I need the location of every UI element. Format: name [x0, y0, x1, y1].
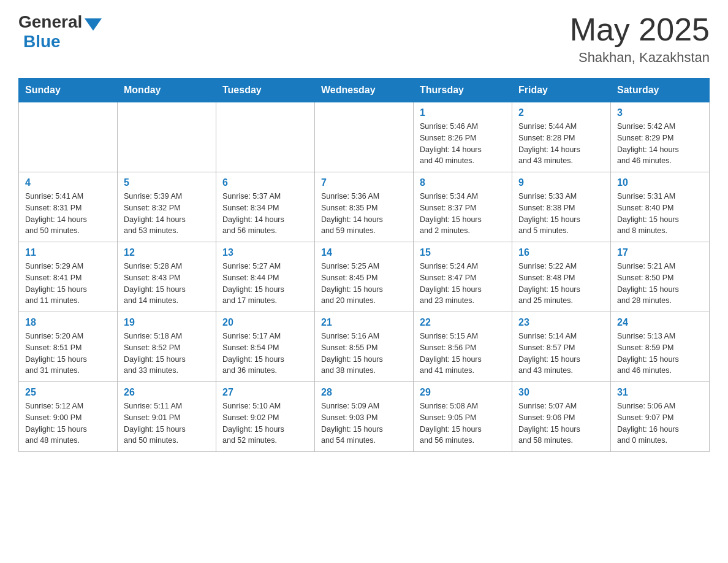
- day-info: Sunrise: 5:20 AM Sunset: 8:51 PM Dayligh…: [25, 331, 111, 377]
- day-info: Sunrise: 5:29 AM Sunset: 8:41 PM Dayligh…: [25, 261, 111, 307]
- day-info: Sunrise: 5:41 AM Sunset: 8:31 PM Dayligh…: [25, 191, 111, 237]
- calendar-cell: 3Sunrise: 5:42 AM Sunset: 8:29 PM Daylig…: [611, 102, 710, 172]
- weekday-header-tuesday: Tuesday: [216, 79, 315, 102]
- day-info: Sunrise: 5:08 AM Sunset: 9:05 PM Dayligh…: [420, 400, 506, 446]
- calendar-cell: 16Sunrise: 5:22 AM Sunset: 8:48 PM Dayli…: [512, 242, 611, 312]
- weekday-header-monday: Monday: [118, 79, 216, 102]
- day-number: 8: [420, 177, 506, 188]
- calendar-cell: 27Sunrise: 5:10 AM Sunset: 9:02 PM Dayli…: [216, 382, 315, 452]
- day-info: Sunrise: 5:10 AM Sunset: 9:02 PM Dayligh…: [222, 400, 308, 446]
- day-number: 14: [321, 247, 407, 258]
- calendar-cell: 5Sunrise: 5:39 AM Sunset: 8:32 PM Daylig…: [118, 172, 216, 242]
- logo-blue: Blue: [23, 32, 61, 51]
- calendar-week-3: 11Sunrise: 5:29 AM Sunset: 8:41 PM Dayli…: [19, 242, 710, 312]
- weekday-header-saturday: Saturday: [611, 79, 710, 102]
- day-number: 20: [222, 317, 308, 328]
- day-number: 26: [124, 387, 210, 398]
- title-block: May 2025 Shakhan, Kazakhstan: [570, 12, 710, 66]
- day-info: Sunrise: 5:13 AM Sunset: 8:59 PM Dayligh…: [617, 331, 703, 377]
- day-info: Sunrise: 5:17 AM Sunset: 8:54 PM Dayligh…: [222, 331, 308, 377]
- day-number: 13: [222, 247, 308, 258]
- logo-general: General: [18, 12, 82, 32]
- calendar-week-4: 18Sunrise: 5:20 AM Sunset: 8:51 PM Dayli…: [19, 312, 710, 382]
- day-number: 12: [124, 247, 210, 258]
- calendar-cell: 19Sunrise: 5:18 AM Sunset: 8:52 PM Dayli…: [118, 312, 216, 382]
- calendar-cell: 21Sunrise: 5:16 AM Sunset: 8:55 PM Dayli…: [315, 312, 414, 382]
- day-number: 10: [617, 177, 703, 188]
- calendar-cell: 14Sunrise: 5:25 AM Sunset: 8:45 PM Dayli…: [315, 242, 414, 312]
- month-year-title: May 2025: [570, 12, 710, 47]
- day-info: Sunrise: 5:44 AM Sunset: 8:28 PM Dayligh…: [518, 121, 604, 167]
- day-info: Sunrise: 5:27 AM Sunset: 8:44 PM Dayligh…: [222, 261, 308, 307]
- calendar-cell: [216, 102, 315, 172]
- day-info: Sunrise: 5:39 AM Sunset: 8:32 PM Dayligh…: [124, 191, 210, 237]
- day-info: Sunrise: 5:25 AM Sunset: 8:45 PM Dayligh…: [321, 261, 407, 307]
- day-number: 18: [25, 317, 111, 328]
- calendar-cell: 7Sunrise: 5:36 AM Sunset: 8:35 PM Daylig…: [315, 172, 414, 242]
- day-info: Sunrise: 5:36 AM Sunset: 8:35 PM Dayligh…: [321, 191, 407, 237]
- calendar-cell: 22Sunrise: 5:15 AM Sunset: 8:56 PM Dayli…: [414, 312, 512, 382]
- day-info: Sunrise: 5:42 AM Sunset: 8:29 PM Dayligh…: [617, 121, 703, 167]
- calendar-cell: 9Sunrise: 5:33 AM Sunset: 8:38 PM Daylig…: [512, 172, 611, 242]
- day-info: Sunrise: 5:18 AM Sunset: 8:52 PM Dayligh…: [124, 331, 210, 377]
- calendar-cell: 10Sunrise: 5:31 AM Sunset: 8:40 PM Dayli…: [611, 172, 710, 242]
- weekday-header-sunday: Sunday: [19, 79, 118, 102]
- day-info: Sunrise: 5:33 AM Sunset: 8:38 PM Dayligh…: [518, 191, 604, 237]
- calendar-cell: 4Sunrise: 5:41 AM Sunset: 8:31 PM Daylig…: [19, 172, 118, 242]
- day-info: Sunrise: 5:21 AM Sunset: 8:50 PM Dayligh…: [617, 261, 703, 307]
- calendar-cell: [315, 102, 414, 172]
- calendar-cell: 1Sunrise: 5:46 AM Sunset: 8:26 PM Daylig…: [414, 102, 512, 172]
- calendar-cell: 31Sunrise: 5:06 AM Sunset: 9:07 PM Dayli…: [611, 382, 710, 452]
- day-number: 3: [617, 107, 703, 118]
- day-number: 7: [321, 177, 407, 188]
- calendar-cell: 23Sunrise: 5:14 AM Sunset: 8:57 PM Dayli…: [512, 312, 611, 382]
- calendar-week-2: 4Sunrise: 5:41 AM Sunset: 8:31 PM Daylig…: [19, 172, 710, 242]
- calendar-cell: [118, 102, 216, 172]
- calendar-cell: 18Sunrise: 5:20 AM Sunset: 8:51 PM Dayli…: [19, 312, 118, 382]
- day-number: 30: [518, 387, 604, 398]
- calendar-cell: 28Sunrise: 5:09 AM Sunset: 9:03 PM Dayli…: [315, 382, 414, 452]
- calendar-cell: 15Sunrise: 5:24 AM Sunset: 8:47 PM Dayli…: [414, 242, 512, 312]
- day-number: 28: [321, 387, 407, 398]
- day-info: Sunrise: 5:06 AM Sunset: 9:07 PM Dayligh…: [617, 400, 703, 446]
- calendar-cell: 12Sunrise: 5:28 AM Sunset: 8:43 PM Dayli…: [118, 242, 216, 312]
- calendar-cell: 30Sunrise: 5:07 AM Sunset: 9:06 PM Dayli…: [512, 382, 611, 452]
- day-info: Sunrise: 5:09 AM Sunset: 9:03 PM Dayligh…: [321, 400, 407, 446]
- day-number: 24: [617, 317, 703, 328]
- day-number: 31: [617, 387, 703, 398]
- day-number: 11: [25, 247, 111, 258]
- day-number: 4: [25, 177, 111, 188]
- day-number: 16: [518, 247, 604, 258]
- calendar-week-5: 25Sunrise: 5:12 AM Sunset: 9:00 PM Dayli…: [19, 382, 710, 452]
- day-info: Sunrise: 5:11 AM Sunset: 9:01 PM Dayligh…: [124, 400, 210, 446]
- day-number: 6: [222, 177, 308, 188]
- weekday-header-row: SundayMondayTuesdayWednesdayThursdayFrid…: [19, 79, 710, 102]
- calendar-table: SundayMondayTuesdayWednesdayThursdayFrid…: [18, 78, 710, 452]
- day-number: 23: [518, 317, 604, 328]
- day-number: 22: [420, 317, 506, 328]
- day-info: Sunrise: 5:37 AM Sunset: 8:34 PM Dayligh…: [222, 191, 308, 237]
- logo: General Blue: [18, 12, 102, 52]
- day-number: 17: [617, 247, 703, 258]
- calendar-week-1: 1Sunrise: 5:46 AM Sunset: 8:26 PM Daylig…: [19, 102, 710, 172]
- calendar-cell: [19, 102, 118, 172]
- calendar-cell: 29Sunrise: 5:08 AM Sunset: 9:05 PM Dayli…: [414, 382, 512, 452]
- calendar-cell: 8Sunrise: 5:34 AM Sunset: 8:37 PM Daylig…: [414, 172, 512, 242]
- day-number: 2: [518, 107, 604, 118]
- day-number: 27: [222, 387, 308, 398]
- day-info: Sunrise: 5:34 AM Sunset: 8:37 PM Dayligh…: [420, 191, 506, 237]
- day-number: 19: [124, 317, 210, 328]
- day-info: Sunrise: 5:16 AM Sunset: 8:55 PM Dayligh…: [321, 331, 407, 377]
- day-info: Sunrise: 5:12 AM Sunset: 9:00 PM Dayligh…: [25, 400, 111, 446]
- day-info: Sunrise: 5:31 AM Sunset: 8:40 PM Dayligh…: [617, 191, 703, 237]
- calendar-cell: 25Sunrise: 5:12 AM Sunset: 9:00 PM Dayli…: [19, 382, 118, 452]
- weekday-header-friday: Friday: [512, 79, 611, 102]
- day-number: 9: [518, 177, 604, 188]
- day-number: 15: [420, 247, 506, 258]
- day-info: Sunrise: 5:22 AM Sunset: 8:48 PM Dayligh…: [518, 261, 604, 307]
- day-info: Sunrise: 5:28 AM Sunset: 8:43 PM Dayligh…: [124, 261, 210, 307]
- day-number: 5: [124, 177, 210, 188]
- day-info: Sunrise: 5:15 AM Sunset: 8:56 PM Dayligh…: [420, 331, 506, 377]
- calendar-cell: 6Sunrise: 5:37 AM Sunset: 8:34 PM Daylig…: [216, 172, 315, 242]
- calendar-cell: 13Sunrise: 5:27 AM Sunset: 8:44 PM Dayli…: [216, 242, 315, 312]
